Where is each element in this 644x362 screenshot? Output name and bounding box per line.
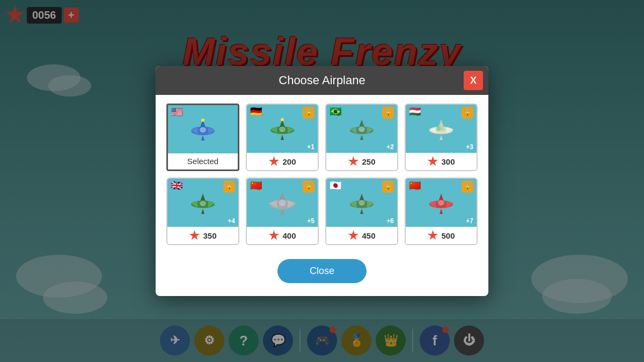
airplane-card-5[interactable]: 🇬🇧 🔒 +4 350	[166, 178, 239, 245]
svg-marker-26	[440, 135, 443, 140]
card-footer-4: 300	[406, 153, 477, 170]
airplane-grid: 🇺🇸 Selected	[156, 95, 488, 254]
card-image-2: 🇩🇪 🔒 +1	[247, 105, 318, 153]
choose-airplane-modal: Choose Airplane X 🇺🇸	[156, 66, 488, 296]
card-image-5: 🇬🇧 🔒 +4	[167, 179, 238, 227]
card-footer-8: 500	[406, 227, 477, 244]
card-lock-8: 🔒	[462, 181, 473, 193]
svg-marker-50	[440, 209, 443, 214]
card-lock-4: 🔒	[462, 107, 473, 119]
modal-close-x-button[interactable]: X	[464, 71, 483, 90]
card-flag-3: 🇧🇷	[330, 107, 345, 116]
svg-point-25	[436, 127, 441, 131]
card-star-3	[348, 156, 358, 167]
card-star-5	[189, 230, 200, 241]
card-bonus-2: +1	[307, 143, 314, 151]
card-bonus-4: +3	[466, 143, 473, 151]
svg-marker-44	[360, 209, 363, 214]
card-lock-3: 🔒	[382, 107, 394, 119]
airplane-card-2[interactable]: 🇩🇪 🔒 +1 200	[246, 104, 319, 171]
card-star-7	[348, 230, 358, 241]
svg-point-37	[279, 200, 286, 206]
card-price-4: 300	[441, 157, 455, 166]
card-lock-7: 🔒	[382, 181, 394, 193]
card-flag-6: 🇨🇳	[250, 181, 265, 190]
card-image-6: 🇨🇳 🔒 +5	[247, 179, 318, 227]
svg-marker-19	[360, 135, 363, 140]
airplane-card-3[interactable]: 🇧🇷 🔒 +2 250	[325, 104, 398, 171]
card-footer-3: 250	[326, 153, 397, 170]
svg-point-6	[201, 119, 204, 122]
plane-svg-8	[422, 188, 460, 218]
card-lock-6: 🔒	[303, 181, 314, 193]
airplane-card-1[interactable]: 🇺🇸 Selected	[166, 104, 239, 171]
card-star-2	[268, 156, 279, 167]
card-image-4: 🇭🇺 🔒 +3	[406, 105, 477, 153]
card-bonus-7: +6	[386, 217, 394, 225]
svg-point-43	[358, 200, 365, 205]
card-footer-5: 350	[167, 227, 238, 244]
plane-svg-6	[264, 188, 301, 218]
card-lock-5: 🔒	[223, 181, 235, 193]
card-flag-2: 🇩🇪	[250, 107, 265, 116]
card-image-3: 🇧🇷 🔒 +2	[326, 105, 397, 153]
airplane-card-8[interactable]: 🇨🇳 🔒 +7 500	[405, 178, 478, 245]
card-image-8: 🇨🇳 🔒 +7	[406, 179, 477, 227]
card-image-1: 🇺🇸	[168, 105, 238, 153]
svg-point-18	[358, 127, 365, 132]
plane-svg-7	[343, 188, 380, 218]
card-price-5: 350	[203, 231, 216, 240]
card-lock-2: 🔒	[303, 107, 314, 119]
airplane-card-7[interactable]: 🇯🇵 🔒 +6 450	[325, 178, 398, 245]
card-flag-8: 🇨🇳	[409, 181, 424, 190]
svg-point-31	[200, 201, 206, 206]
modal-title: Choose Airplane	[279, 73, 365, 87]
card-bonus-8: +7	[466, 217, 473, 225]
svg-marker-12	[281, 135, 284, 140]
modal-overlay: Choose Airplane X 🇺🇸	[0, 0, 644, 362]
card-price-7: 450	[362, 231, 375, 240]
card-price-8: 500	[441, 231, 455, 240]
card-flag-1: 🇺🇸	[171, 107, 186, 117]
card-star-4	[427, 156, 438, 167]
plane-svg-4	[422, 114, 460, 144]
card-footer-1: Selected	[168, 153, 238, 169]
svg-point-49	[438, 200, 444, 205]
card-footer-7: 450	[326, 227, 397, 244]
card-price-3: 250	[362, 157, 375, 166]
svg-point-11	[279, 127, 286, 132]
card-flag-4: 🇭🇺	[409, 107, 424, 116]
card-bonus-3: +2	[386, 143, 394, 151]
card-bonus-5: +4	[228, 217, 235, 225]
modal-header: Choose Airplane X	[156, 66, 488, 95]
plane-svg-5	[184, 188, 222, 218]
card-price-2: 200	[282, 157, 296, 166]
svg-marker-38	[280, 209, 284, 215]
card-selected-label: Selected	[187, 157, 218, 166]
card-star-8	[427, 230, 438, 241]
card-image-7: 🇯🇵 🔒 +6	[326, 179, 397, 227]
plane-svg-1	[184, 115, 222, 144]
card-star-6	[268, 230, 279, 241]
card-bonus-6: +5	[307, 217, 314, 225]
close-bottom-button[interactable]: Close	[277, 259, 367, 283]
card-footer-6: 400	[247, 227, 318, 244]
svg-point-13	[281, 118, 284, 121]
close-bottom-area: Close	[156, 254, 488, 285]
svg-marker-32	[201, 209, 204, 214]
card-flag-5: 🇬🇧	[171, 181, 186, 190]
airplane-card-6[interactable]: 🇨🇳 🔒 +5 400	[246, 178, 319, 245]
svg-point-4	[200, 127, 206, 132]
plane-svg-2	[264, 114, 301, 144]
card-footer-2: 200	[247, 153, 318, 170]
card-price-6: 400	[282, 231, 296, 240]
airplane-card-4[interactable]: 🇭🇺 🔒 +3 300	[405, 104, 478, 171]
plane-svg-3	[343, 114, 380, 144]
svg-marker-5	[201, 135, 204, 141]
card-flag-7: 🇯🇵	[330, 181, 345, 190]
